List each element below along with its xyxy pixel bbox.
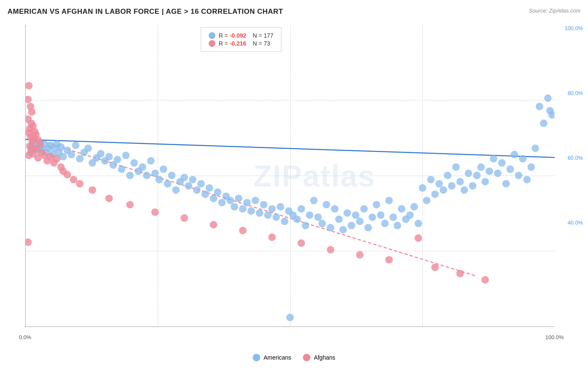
svg-point-110 (440, 186, 447, 194)
legend-dot-afghan (209, 40, 215, 47)
svg-point-124 (498, 159, 506, 167)
svg-point-105 (419, 184, 426, 192)
svg-point-77 (302, 222, 309, 229)
svg-point-61 (235, 194, 243, 202)
svg-point-108 (431, 190, 439, 198)
svg-point-168 (28, 108, 36, 116)
svg-point-41 (151, 170, 159, 177)
svg-point-88 (348, 222, 355, 229)
svg-point-133 (536, 103, 543, 110)
svg-point-79 (310, 197, 317, 204)
svg-point-89 (352, 211, 359, 219)
svg-point-172 (76, 180, 84, 187)
svg-point-71 (277, 203, 284, 210)
svg-point-179 (239, 227, 247, 234)
svg-point-33 (118, 166, 125, 173)
legend-r-afghan: R = -0.216 N = 73 (219, 40, 270, 47)
svg-point-66 (256, 209, 263, 217)
svg-point-78 (306, 211, 313, 219)
svg-point-39 (143, 172, 151, 179)
svg-point-69 (268, 205, 276, 212)
svg-point-75 (293, 215, 301, 223)
legend-row-afghan: R = -0.216 N = 73 (209, 40, 274, 47)
svg-point-166 (25, 96, 32, 103)
legend-row-american: R = -0.092 N = 177 (209, 32, 274, 39)
svg-point-171 (70, 176, 77, 184)
svg-point-91 (360, 205, 368, 212)
svg-point-52 (197, 180, 205, 187)
svg-point-32 (114, 156, 121, 164)
svg-point-76 (297, 205, 305, 212)
svg-point-82 (322, 201, 330, 208)
x-tick-100: 100.0% (545, 334, 564, 340)
svg-point-183 (356, 251, 363, 258)
svg-point-96 (381, 220, 389, 227)
svg-point-173 (89, 186, 96, 194)
y-tick-60: 60.0% (568, 155, 583, 161)
afghans-dot (303, 354, 310, 361)
svg-point-64 (248, 207, 255, 215)
svg-point-118 (473, 172, 481, 179)
svg-point-115 (460, 186, 468, 194)
svg-point-131 (527, 164, 535, 171)
svg-point-63 (243, 199, 251, 206)
svg-point-86 (339, 226, 347, 233)
svg-point-62 (239, 205, 247, 212)
svg-point-44 (164, 180, 171, 187)
svg-point-170 (64, 171, 71, 179)
svg-point-46 (172, 186, 180, 194)
svg-point-83 (327, 224, 334, 231)
svg-point-94 (373, 201, 380, 208)
chart-container: AMERICAN VS AFGHAN IN LABOR FORCE | AGE … (0, 0, 588, 373)
svg-point-119 (477, 164, 485, 171)
svg-point-100 (398, 205, 405, 212)
svg-point-49 (185, 182, 192, 189)
bottom-legend-americans: Americans (253, 354, 291, 361)
svg-line-0 (26, 140, 555, 158)
afghans-label: Afghans (314, 354, 335, 361)
y-tick-40: 40.0% (568, 220, 583, 226)
svg-point-60 (231, 203, 238, 210)
americans-label: Americans (263, 354, 291, 361)
y-tick-80: 80.0% (568, 90, 583, 96)
svg-point-186 (431, 263, 439, 271)
svg-point-97 (385, 197, 393, 204)
svg-point-65 (252, 197, 259, 204)
svg-point-165 (25, 82, 33, 89)
chart-title: AMERICAN VS AFGHAN IN LABOR FORCE | AGE … (8, 8, 283, 16)
svg-point-177 (181, 214, 188, 222)
svg-point-42 (156, 176, 163, 184)
svg-point-182 (327, 246, 334, 253)
svg-point-113 (452, 164, 460, 171)
svg-point-116 (465, 170, 472, 177)
svg-point-127 (511, 151, 518, 158)
svg-point-188 (481, 276, 489, 284)
x-tick-0: 0.0% (19, 334, 31, 340)
svg-point-99 (394, 222, 401, 229)
svg-point-107 (427, 176, 435, 184)
svg-point-22 (72, 142, 79, 149)
svg-point-132 (532, 145, 539, 152)
svg-point-162 (53, 155, 61, 163)
svg-point-102 (406, 211, 414, 219)
svg-point-70 (273, 213, 280, 221)
svg-point-67 (260, 201, 268, 208)
svg-point-92 (364, 224, 372, 231)
svg-point-174 (105, 194, 113, 202)
svg-point-43 (160, 166, 167, 173)
americans-dot (253, 354, 260, 361)
svg-point-80 (314, 213, 322, 221)
svg-point-120 (481, 178, 489, 185)
legend-r-american: R = -0.092 N = 177 (219, 32, 274, 39)
svg-point-130 (523, 176, 531, 184)
svg-point-122 (490, 155, 497, 163)
svg-point-114 (456, 178, 464, 185)
svg-point-103 (410, 203, 418, 210)
svg-point-185 (414, 234, 422, 242)
svg-point-21 (68, 151, 75, 158)
svg-point-38 (139, 164, 146, 171)
svg-point-128 (515, 172, 522, 179)
y-tick-100: 100.0% (565, 25, 583, 31)
svg-point-176 (151, 208, 159, 216)
chart-area: ZIPatlas (25, 25, 555, 327)
